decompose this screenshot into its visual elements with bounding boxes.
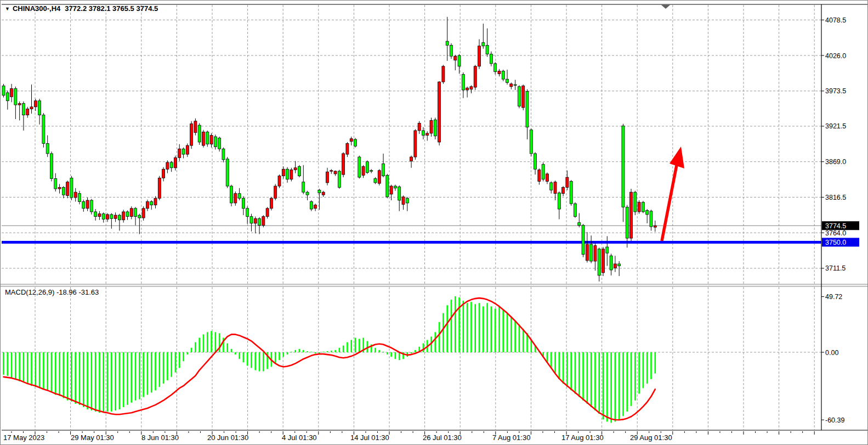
candle [450, 46, 452, 57]
candle [226, 159, 229, 186]
candle [494, 64, 497, 72]
candle [574, 204, 576, 216]
candle [50, 154, 53, 179]
candle [102, 214, 105, 219]
candle [346, 143, 349, 154]
candle [350, 139, 353, 142]
price-axis-label: 4026.0 [825, 52, 846, 60]
candle [286, 169, 289, 179]
candle [338, 171, 341, 188]
candle [530, 130, 532, 154]
candle [282, 169, 285, 176]
candle [502, 71, 504, 79]
candle [42, 115, 45, 144]
candle [422, 131, 424, 136]
candle [386, 175, 389, 196]
price-axis-label: 3711.5 [825, 264, 846, 272]
candle [90, 200, 93, 212]
candle [482, 43, 485, 46]
candle [470, 87, 473, 89]
candle [26, 109, 29, 115]
time-axis-label: 29 May 01:30 [71, 433, 114, 442]
candle [78, 194, 81, 202]
candle [390, 186, 393, 194]
candle [334, 171, 337, 174]
candle [642, 202, 644, 212]
candle [434, 120, 436, 136]
candle [342, 154, 345, 174]
macd-values: -18.96 -31.63 [56, 288, 99, 296]
candle [62, 188, 65, 195]
time-axis-label: 26 Jul 01:30 [423, 433, 462, 442]
candle [166, 162, 169, 169]
time-axis-label: 17 May 2023 [3, 433, 44, 442]
candle [46, 143, 49, 153]
candle [254, 218, 257, 223]
time-axis-label: 7 Aug 01:30 [492, 433, 530, 442]
symbol-dropdown-icon[interactable]: ▼ [5, 6, 10, 12]
candle [114, 215, 117, 218]
candle [518, 87, 520, 106]
candle [294, 168, 297, 170]
candle [638, 202, 640, 212]
price-axis-label: 3816.5 [825, 194, 846, 201]
candle [598, 249, 600, 275]
candle [418, 123, 421, 131]
candle [458, 55, 461, 66]
time-axis-label: 4 Jul 01:30 [282, 433, 317, 442]
candle [358, 157, 361, 177]
candle [602, 249, 605, 273]
candle [498, 71, 501, 74]
candle [58, 188, 61, 189]
chart-canvas[interactable]: 4078.54026.03973.53921.53869.03816.53764… [1, 1, 868, 445]
candle [394, 186, 396, 188]
candle [306, 192, 309, 195]
price-axis-label: 3764.0 [825, 229, 846, 237]
candle [318, 190, 321, 193]
candle [554, 182, 557, 194]
candle [154, 198, 157, 205]
current-price-badge-label: 3774.5 [825, 222, 846, 230]
macd-axis-label: 49.72 [825, 293, 842, 301]
candle [486, 46, 489, 54]
candle [170, 162, 173, 168]
candle [178, 149, 181, 157]
candle [382, 164, 385, 176]
candle [138, 215, 141, 218]
chart-background [1, 1, 868, 445]
candle [242, 198, 245, 208]
candle [194, 121, 197, 133]
candle [526, 91, 529, 127]
candle [646, 211, 649, 215]
candle [258, 218, 261, 225]
candle [626, 207, 628, 238]
candle [10, 89, 13, 97]
candle [618, 264, 621, 266]
candle [210, 136, 213, 144]
candle [634, 192, 637, 212]
candle [606, 247, 609, 253]
candle [446, 41, 449, 45]
candle [190, 124, 193, 145]
candle [514, 85, 517, 85]
candle [654, 226, 656, 227]
candle [118, 215, 121, 220]
panel-splitter[interactable] [1, 284, 868, 286]
candle [534, 154, 537, 169]
candle [54, 179, 57, 189]
candle [406, 198, 409, 203]
candle [110, 215, 113, 218]
candle [18, 104, 21, 105]
candle [290, 170, 293, 179]
candle [490, 54, 492, 64]
candle [302, 182, 305, 192]
candle [374, 179, 377, 183]
candle [398, 187, 401, 200]
candle [630, 192, 633, 238]
candle [34, 101, 37, 107]
candle [378, 171, 381, 183]
candle [402, 197, 405, 205]
candle [246, 209, 249, 217]
candle [14, 89, 17, 105]
candle [562, 188, 565, 194]
